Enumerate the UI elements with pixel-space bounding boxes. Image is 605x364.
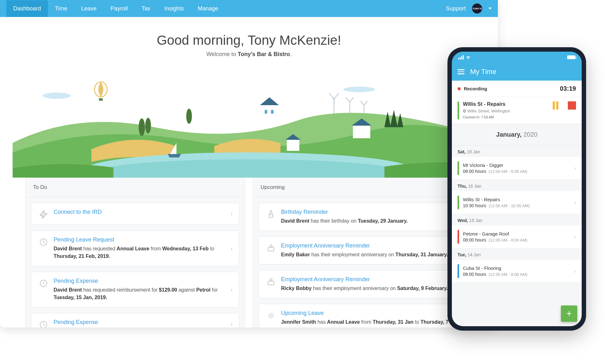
svg-rect-39 [268,281,274,285]
card-title: Pending Expense [54,319,231,326]
phone-app-title: My Time [470,68,496,76]
day-header: Wed, 15 Jan [452,214,582,225]
wifi-icon [466,55,471,59]
clock-icon [39,279,48,288]
todo-card[interactable]: Connect to the IRD › [31,203,239,225]
hero-section: Good morning, Tony McKenzie! Welcome to … [0,17,498,178]
time-entry[interactable]: Mt Victoria - Digger 08:00 hours (12:00 … [452,157,582,180]
todo-panel: To Do Connect to the IRD › Pending Leave… [25,178,245,327]
card-description: David Brent has requested reimbursement … [54,286,231,301]
card-title: Pending Expense [54,278,231,284]
time-entry[interactable]: Cuba St - Flooring 08:00 hours (12:00 AM… [452,260,582,283]
nav-dashboard[interactable]: Dashboard [6,0,48,17]
birthday-icon [267,210,275,219]
chevron-right-icon: › [574,199,576,206]
battery-icon [567,55,575,59]
svg-point-15 [139,118,145,136]
svg-rect-23 [265,110,267,114]
phone-screen: My Time Recording 03:19 Willis St - Repa… [452,52,582,326]
nav-payroll[interactable]: Payroll [103,0,135,17]
lightning-icon [39,210,48,219]
svg-point-0 [43,93,71,99]
todo-header: To Do [26,178,245,197]
nav-insights[interactable]: Insights [158,0,191,17]
todo-card[interactable]: Pending Expense David Brent has requeste… [31,272,239,307]
anniversary-icon [267,277,275,286]
hamburger-icon[interactable] [458,69,464,74]
nav-manage[interactable]: Manage [191,0,225,17]
greeting-title: Good morning, Tony McKenzie! [13,33,485,48]
upcoming-card[interactable]: Upcoming Leave Jennifer Smith has Annual… [259,304,467,327]
avatar[interactable]: TONY'S [472,3,482,14]
card-title: Employment Anniversary Reminder [281,276,459,283]
entry-color-bar [458,161,459,175]
todo-card[interactable]: Pending Expense › [31,313,239,327]
svg-point-36 [271,210,271,211]
svg-line-13 [360,101,364,105]
svg-point-16 [145,118,151,134]
svg-rect-27 [353,126,370,138]
nav-leave[interactable]: Leave [74,0,103,17]
svg-line-14 [364,101,367,105]
clock-icon [39,320,48,327]
pause-button[interactable] [553,101,558,110]
recording-status-bar: Recording 03:19 [452,81,582,97]
active-timer-card[interactable]: Willis St - Repairs Willis Street, Welli… [452,97,582,124]
add-entry-fab[interactable]: + [561,305,577,322]
svg-rect-21 [262,105,277,119]
svg-line-11 [350,97,354,102]
svg-point-17 [186,109,192,124]
top-navigation: Dashboard Time Leave Payroll Tax Insight… [0,0,498,17]
svg-point-40 [270,279,272,281]
upcoming-header: Upcoming [253,178,472,197]
pin-icon [463,109,466,113]
active-timer-name: Willis St - Repairs [463,101,549,107]
entry-name: Mt Victoria - Digger [463,162,570,168]
day-header: Tue, 14 Jan [452,248,582,260]
chevron-right-icon: › [231,286,233,293]
time-entry[interactable]: Petone - Garage Roof 08:00 hours (12:00 … [452,225,582,248]
upcoming-card[interactable]: Employment Anniversary Reminder Emily Ba… [259,236,467,264]
svg-line-10 [346,97,350,102]
svg-line-6 [329,93,334,99]
entry-color-bar [458,264,459,278]
recording-label: Recording [464,86,487,91]
chevron-down-icon[interactable] [488,8,492,9]
nav-time[interactable]: Time [48,0,74,17]
card-title: Upcoming Leave [281,310,459,316]
day-header: Sat, 18 Jan [452,145,582,157]
card-title: Employment Anniversary Reminder [281,242,459,249]
month-header: January, 2020 [452,124,582,145]
upcoming-card[interactable]: Employment Anniversary Reminder Ricky Bo… [259,270,467,298]
upcoming-card[interactable]: Birthday Reminder David Brent has their … [259,203,467,231]
svg-rect-35 [269,214,273,217]
card-title: Birthday Reminder [281,209,459,215]
day-header: Thu, 16 Jan [452,180,582,191]
time-entries-list[interactable]: Sat, 18 Jan Mt Victoria - Digger 08:00 h… [452,145,582,326]
todo-card[interactable]: Pending Leave Request David Brent has re… [31,230,239,266]
stop-button[interactable] [568,101,576,110]
chevron-right-icon: › [574,268,576,275]
entry-hours: 08:00 hours (12:00 AM - 8:00 AM) [463,169,570,174]
svg-point-41 [269,314,272,317]
entry-color-bar [458,230,459,244]
phone-status-bar [452,52,582,63]
entry-name: Willis St - Repairs [463,197,570,202]
entry-hours: 10:30 hours (12:00 AM - 10:30 AM) [463,203,570,208]
entry-hours: 08:00 hours (12:00 AM - 8:00 AM) [463,237,570,242]
nav-items: Dashboard Time Leave Payroll Tax Insight… [6,0,225,17]
card-description: David Brent has requested Annual Leave f… [54,245,231,260]
chevron-right-icon: › [231,245,233,252]
nav-tax[interactable]: Tax [135,0,157,17]
card-description: Ricky Bobby has their employment anniver… [281,285,459,292]
time-entry[interactable]: Willis St - Repairs 10:30 hours (12:00 A… [452,191,582,214]
nav-support[interactable]: Support [446,5,466,12]
svg-rect-24 [271,110,274,114]
entry-color-bar [458,196,459,209]
chevron-right-icon: › [574,234,576,240]
chevron-right-icon: › [574,165,576,172]
landscape-illustration [0,80,498,178]
active-timer-clocked: Clocked In: 7:58 AM [463,115,549,119]
desktop-app-window: Dashboard Time Leave Payroll Tax Insight… [0,0,498,327]
svg-point-38 [270,245,272,247]
